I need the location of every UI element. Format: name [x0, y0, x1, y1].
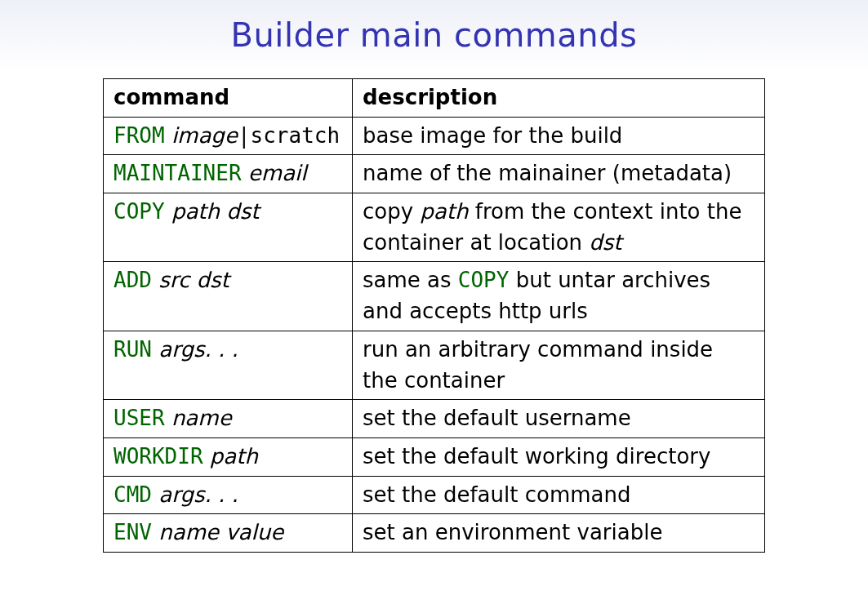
desc-text: same as: [363, 268, 458, 292]
cmd-args: image: [171, 123, 238, 148]
cmd-keyword: ADD: [114, 268, 152, 292]
cell-command: FROM image|scratch: [104, 117, 353, 155]
cell-description: same as COPY but untar archives and acce…: [353, 262, 765, 331]
cmd-keyword: FROM: [114, 123, 165, 148]
cell-command: RUN args. . .: [104, 331, 353, 399]
table-row: WORKDIR path set the default working dir…: [104, 437, 765, 476]
cell-command: WORKDIR path: [104, 437, 353, 476]
table-row: ADD src dst same as COPY but untar archi…: [104, 262, 765, 331]
cmd-args: path: [210, 444, 258, 469]
cmd-args: email: [248, 161, 307, 185]
table-row: ENV name value set an environment variab…: [104, 514, 765, 553]
cell-description: base image for the build: [353, 117, 765, 155]
desc-text: copy: [363, 199, 420, 224]
cell-command: ADD src dst: [104, 262, 353, 331]
cmd-args: path dst: [171, 199, 260, 224]
cell-description: set the default username: [353, 400, 765, 438]
desc-code: COPY: [458, 268, 510, 292]
table-row: COPY path dst copy path from the context…: [104, 193, 765, 262]
cmd-keyword: ENV: [114, 520, 152, 544]
cell-command: CMD args. . .: [104, 476, 353, 514]
cmd-keyword: USER: [114, 406, 165, 430]
cell-description: run an arbitrary command inside the cont…: [353, 331, 765, 399]
cmd-args: name: [171, 406, 232, 430]
header-command: command: [104, 79, 353, 118]
cell-description: copy path from the context into the cont…: [353, 193, 765, 262]
table-row: USER name set the default username: [104, 400, 765, 438]
table-row: RUN args. . . run an arbitrary command i…: [104, 331, 765, 399]
cell-description: set the default working directory: [353, 437, 765, 476]
table-row: MAINTAINER email name of the mainainer (…: [104, 155, 765, 193]
cell-command: MAINTAINER email: [104, 155, 353, 193]
table-row: CMD args. . . set the default command: [104, 476, 765, 514]
cmd-args: args. . .: [158, 482, 238, 507]
cmd-args: name value: [158, 520, 283, 544]
cmd-args: src dst: [158, 268, 229, 292]
slide: Builder main commands command descriptio…: [0, 0, 868, 604]
slide-title: Builder main commands: [0, 16, 868, 54]
cmd-keyword: MAINTAINER: [114, 161, 242, 185]
cell-command: COPY path dst: [104, 193, 353, 262]
cell-description: set the default command: [353, 476, 765, 514]
table-row: FROM image|scratch base image for the bu…: [104, 117, 765, 155]
cell-description: set an environment variable: [353, 514, 765, 553]
commands-table: command description FROM image|scratch b…: [103, 78, 765, 553]
cmd-keyword: CMD: [114, 482, 152, 507]
cmd-args: args. . .: [158, 337, 238, 362]
cmd-keyword: COPY: [114, 199, 165, 224]
table-header-row: command description: [104, 79, 765, 118]
desc-ital: path: [420, 199, 468, 224]
cell-command: USER name: [104, 400, 353, 438]
cmd-extra: |scratch: [238, 123, 340, 148]
desc-ital: dst: [589, 230, 621, 255]
header-description: description: [353, 79, 765, 118]
cell-command: ENV name value: [104, 514, 353, 553]
cmd-keyword: RUN: [114, 337, 152, 362]
cell-description: name of the mainainer (metadata): [353, 155, 765, 193]
cmd-keyword: WORKDIR: [114, 444, 203, 469]
